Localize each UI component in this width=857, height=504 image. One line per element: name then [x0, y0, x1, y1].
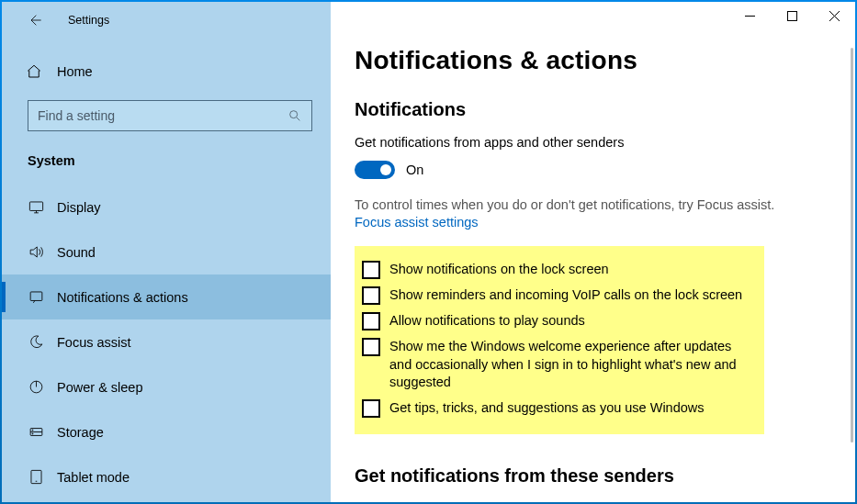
sidebar-item-label: Sound	[57, 245, 96, 260]
back-button[interactable]	[26, 11, 44, 29]
content-pane: Notifications & actions Notifications Ge…	[331, 2, 855, 502]
svg-rect-1	[29, 202, 42, 211]
sound-icon	[26, 243, 46, 261]
focus-assist-help: To control times when you do or don't ge…	[355, 197, 786, 212]
display-icon	[26, 198, 46, 216]
svg-rect-2	[30, 292, 42, 301]
settings-window: Settings Home System	[2, 2, 855, 502]
sidebar-item-label: Storage	[57, 425, 104, 440]
page-title: Notifications & actions	[355, 46, 855, 75]
scrollbar[interactable]	[851, 48, 853, 442]
svg-point-6	[32, 433, 33, 434]
sidebar-home[interactable]: Home	[2, 52, 331, 91]
checkbox-label: Show reminders and incoming VoIP calls o…	[389, 286, 742, 305]
search-icon	[288, 108, 302, 123]
checkbox-lockscreen-voip[interactable]	[362, 286, 380, 305]
moon-icon	[26, 333, 46, 351]
window-controls	[331, 2, 855, 29]
svg-point-5	[32, 430, 33, 431]
checkbox-label: Show me the Windows welcome experience a…	[389, 338, 751, 392]
sidebar-item-focus-assist[interactable]: Focus assist	[2, 319, 331, 364]
home-icon	[26, 63, 44, 80]
checkbox-label: Allow notifications to play sounds	[389, 312, 585, 330]
checkbox-welcome-experience[interactable]	[362, 338, 380, 356]
highlighted-options: Show notifications on the lock screen Sh…	[355, 246, 764, 434]
notifications-desc: Get notifications from apps and other se…	[355, 135, 855, 150]
svg-rect-8	[787, 11, 796, 20]
home-label: Home	[57, 64, 93, 79]
sidebar-item-label: Tablet mode	[57, 470, 130, 485]
notifications-toggle[interactable]	[355, 161, 395, 179]
notification-icon	[26, 288, 46, 306]
sidebar-item-label: Display	[57, 200, 101, 215]
sidebar-item-label: Notifications & actions	[57, 290, 188, 305]
content-scroll: Notifications & actions Notifications Ge…	[331, 29, 855, 502]
maximize-button[interactable]	[771, 2, 813, 29]
sidebar-item-power[interactable]: Power & sleep	[2, 364, 331, 409]
sidebar-item-notifications[interactable]: Notifications & actions	[2, 274, 331, 319]
close-button[interactable]	[813, 2, 855, 29]
checkbox-tips[interactable]	[362, 399, 380, 418]
sidebar-item-storage[interactable]: Storage	[2, 409, 331, 454]
checkbox-play-sounds[interactable]	[362, 312, 380, 330]
category-label: System	[28, 153, 331, 168]
focus-assist-link[interactable]: Focus assist settings	[355, 215, 479, 230]
search-input[interactable]	[38, 108, 288, 123]
sidebar-item-tablet[interactable]: Tablet mode	[2, 454, 331, 499]
section-senders: Get notifications from these senders	[355, 465, 855, 487]
checkbox-lockscreen-notifications[interactable]	[362, 261, 380, 279]
sidebar: Settings Home System	[2, 2, 331, 502]
section-notifications: Notifications	[355, 99, 855, 120]
sidebar-item-label: Focus assist	[57, 335, 131, 350]
power-icon	[26, 378, 46, 396]
nav-list: Display Sound Notifications & actions Fo…	[2, 185, 331, 499]
storage-icon	[26, 423, 46, 441]
checkbox-label: Show notifications on the lock screen	[389, 261, 609, 279]
sidebar-item-display[interactable]: Display	[2, 185, 331, 230]
tablet-icon	[26, 468, 46, 486]
checkbox-label: Get tips, tricks, and suggestions as you…	[389, 399, 705, 418]
search-box[interactable]	[28, 100, 312, 131]
sidebar-item-label: Power & sleep	[57, 380, 143, 395]
app-title: Settings	[68, 14, 109, 27]
svg-point-0	[290, 111, 298, 118]
titlebar-left: Settings	[2, 2, 331, 39]
minimize-button[interactable]	[728, 2, 771, 29]
toggle-state-label: On	[406, 162, 423, 177]
sidebar-item-sound[interactable]: Sound	[2, 230, 331, 274]
